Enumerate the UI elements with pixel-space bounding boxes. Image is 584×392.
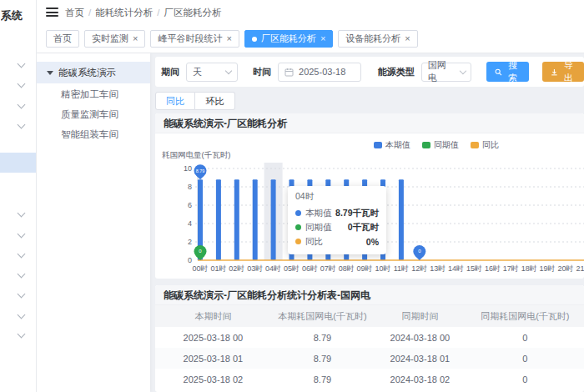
tree-item[interactable]: 精密加工车间	[37, 85, 150, 103]
tooltip-row: 同比0%	[295, 234, 379, 249]
energy-type-value: 国网电	[428, 59, 454, 84]
legend-item[interactable]: 同比	[471, 139, 499, 151]
close-icon[interactable]: ×	[226, 34, 231, 43]
chevron-down-icon	[18, 290, 26, 299]
period-select[interactable]: 天	[186, 63, 238, 82]
sidebar-collapsed-item[interactable]	[0, 78, 36, 93]
workspace-tab-label: 厂区能耗分析	[261, 33, 316, 45]
mark-point-pin: 0	[413, 245, 425, 260]
chart-panel-title: 能碳系统演示-厂区能耗分析	[155, 113, 584, 133]
chevron-down-icon	[18, 121, 26, 129]
legend-swatch	[422, 142, 430, 148]
collapse-menu-icon[interactable]	[46, 8, 58, 18]
tooltip-series-label: 同期值	[305, 222, 332, 234]
workspace-tab-label: 峰平谷时段统计	[158, 33, 222, 45]
chevron-down-icon	[18, 230, 26, 239]
close-icon[interactable]: ×	[133, 34, 138, 43]
time-label: 时间	[253, 66, 271, 78]
sidebar-collapsed-item[interactable]	[0, 289, 36, 304]
svg-text:04时: 04时	[265, 264, 281, 273]
breadcrumb: 首页/能耗统计分析/厂区能耗分析	[65, 7, 221, 19]
table-cell: 2025-03-18 00	[155, 327, 271, 348]
legend-swatch	[471, 142, 479, 148]
breadcrumb-item[interactable]: 厂区能耗分析	[164, 8, 221, 18]
svg-text:20时: 20时	[557, 264, 573, 273]
caret-down-icon	[47, 71, 53, 75]
svg-text:13时: 13时	[430, 264, 446, 273]
series-dot-icon	[295, 224, 301, 230]
tree-group-energy-demo[interactable]: 能碳系统演示	[37, 62, 150, 83]
svg-text:19时: 19时	[540, 264, 556, 273]
chart-legend: 本期值同期值同比	[374, 139, 499, 151]
sidebar-collapsed-item[interactable]	[0, 119, 36, 134]
svg-text:2: 2	[188, 238, 192, 246]
sidebar-collapsed-item[interactable]	[0, 269, 36, 284]
svg-text:8.79: 8.79	[196, 168, 205, 173]
svg-text:12时: 12时	[411, 264, 427, 273]
workspace-tab[interactable]: 实时监测×	[84, 30, 145, 48]
svg-text:06时: 06时	[302, 264, 318, 273]
date-input[interactable]: 2025-03-18	[278, 63, 361, 82]
series-dot-icon	[295, 239, 301, 244]
close-icon[interactable]: ×	[405, 34, 410, 43]
chart-panel: 能碳系统演示-厂区能耗分析 本期值同期值同比 耗国网电量(千瓦时) 024681…	[155, 113, 584, 279]
svg-text:8: 8	[188, 183, 192, 191]
table-cell: 0	[466, 348, 584, 369]
chevron-down-icon	[18, 101, 26, 109]
svg-text:15时: 15时	[466, 264, 482, 273]
legend-item[interactable]: 同期值	[422, 139, 459, 151]
compare-tab-active[interactable]: 同比	[155, 92, 195, 110]
table-cell: 2024-03-18 02	[374, 369, 466, 389]
tooltip-series-value: 0%	[366, 237, 379, 247]
date-value: 2025-03-18	[299, 67, 345, 77]
tree-item[interactable]: 质量监测车间	[37, 105, 150, 123]
sidebar-collapsed-item[interactable]	[0, 309, 36, 324]
stats-table: 本期时间本期耗国网电(千瓦时)同期时间同期耗国网电(千瓦时) 2025-03-1…	[155, 305, 584, 389]
search-icon	[495, 68, 502, 77]
workspace-tab-label: 实时监测	[92, 33, 128, 45]
workspace-tab[interactable]: 首页	[46, 30, 79, 48]
chevron-down-icon	[18, 60, 26, 68]
sidebar-item-active[interactable]	[0, 153, 36, 173]
sidebar-collapsed-item[interactable]	[0, 58, 36, 73]
svg-text:07时: 07时	[320, 264, 336, 273]
brand-logo: 系统	[1, 8, 36, 23]
sidebar-collapsed-item[interactable]	[0, 99, 36, 114]
workspace-tab[interactable]: 设备能耗分析×	[338, 30, 417, 48]
svg-text:05时: 05时	[284, 264, 300, 273]
legend-label: 同比	[482, 139, 499, 151]
export-button[interactable]: 导出	[542, 62, 584, 82]
app-window: 系统 首页/能耗统计分析/厂区能耗分析 首页实时监测×峰平谷时段统计×厂区能耗分…	[0, 0, 584, 392]
period-label: 期间	[161, 66, 179, 78]
energy-type-label: 能源类型	[378, 66, 415, 78]
tree-item[interactable]: 智能组装车间	[37, 125, 150, 143]
energy-type-select[interactable]: 国网电	[421, 63, 471, 82]
sidebar-collapsed-item[interactable]	[0, 249, 36, 264]
tooltip-title: 04时	[295, 191, 379, 203]
chevron-down-icon	[18, 209, 26, 218]
table-cell: 0	[466, 327, 584, 348]
breadcrumb-item[interactable]: 首页	[65, 8, 84, 18]
breadcrumb-separator: /	[157, 8, 159, 18]
tooltip-series-value: 0千瓦时	[348, 222, 379, 234]
search-button[interactable]: 搜索	[486, 62, 528, 82]
compare-tab-inactive[interactable]: 环比	[195, 92, 235, 110]
sidebar-collapsed-item[interactable]	[0, 229, 36, 244]
tooltip-row: 本期值8.79千瓦时	[295, 206, 379, 220]
tooltip-series-label: 同比	[305, 236, 323, 248]
legend-item[interactable]: 本期值	[374, 139, 410, 151]
table-row: 2025-03-18 028.792024-03-18 020	[155, 369, 584, 389]
legend-label: 同期值	[434, 139, 459, 151]
workspace-tab[interactable]: 峰平谷时段统计×	[150, 30, 239, 48]
svg-text:08时: 08时	[339, 264, 355, 273]
table-panel: 能碳系统演示-厂区能耗分析统计分析表-国网电 本期时间本期耗国网电(千瓦时)同期…	[155, 285, 584, 392]
sidebar-collapsed-item[interactable]	[0, 329, 36, 344]
period-value: 天	[193, 66, 202, 78]
series-dot-icon	[295, 210, 301, 216]
close-icon[interactable]: ×	[320, 34, 325, 43]
svg-text:01时: 01时	[210, 264, 226, 273]
workspace-tab-active[interactable]: 厂区能耗分析×	[244, 30, 333, 48]
sidebar-collapsed-item[interactable]	[0, 208, 36, 223]
breadcrumb-item[interactable]: 能耗统计分析	[95, 8, 153, 18]
tree-group-label: 能碳系统演示	[58, 67, 116, 79]
